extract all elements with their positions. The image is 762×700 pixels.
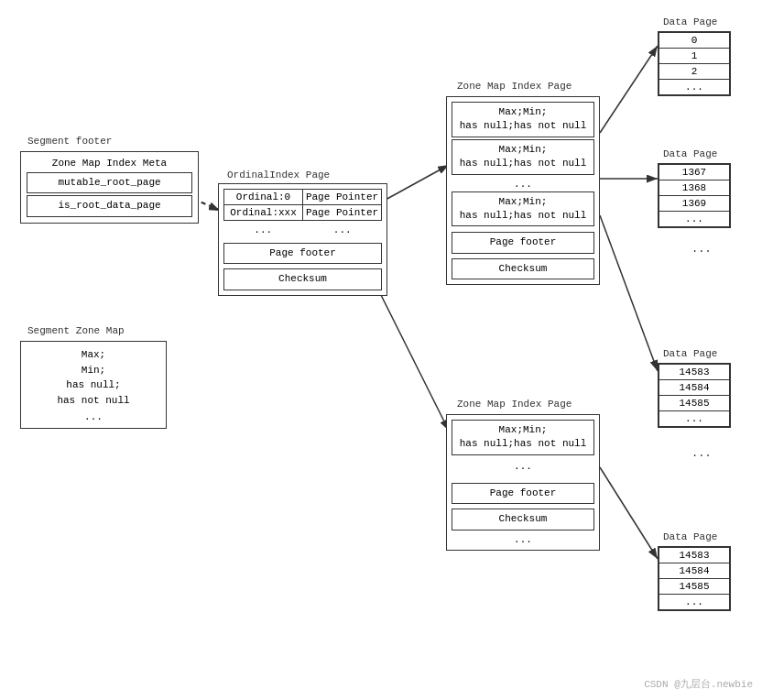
segment-zone-map-content: Max;Min;has null;has not null — [27, 347, 160, 408]
segment-footer-label: Segment footer — [27, 136, 112, 147]
zone-map-top-label: Zone Map Index Page — [457, 81, 572, 92]
data-page-mid1-label: Data Page — [663, 148, 717, 159]
data-page-top-label: Data Page — [663, 16, 717, 27]
ordinal-ellipsis: ... ... — [223, 224, 382, 235]
zone-map-top-checksum: Checksum — [452, 258, 594, 279]
data-page-mid2-row2: 14585 — [659, 396, 730, 411]
data-page-mid2-row3: ... — [659, 411, 730, 427]
ordinal-row2-col1: Ordinal:xxx — [224, 205, 303, 220]
zone-map-top-ellipsis: ... — [452, 177, 594, 191]
ordinal-row2-col2: Page Pointer — [303, 205, 381, 220]
svg-line-5 — [600, 46, 658, 133]
zone-map-bottom-checksum: Checksum — [452, 509, 594, 530]
ordinal-row1-col2: Page Pointer — [303, 190, 381, 204]
zone-map-bottom-label: Zone Map Index Page — [457, 399, 572, 410]
zone-map-top-row2: Max;Min;has null;has not null — [452, 139, 594, 175]
data-page-mid2-label: Data Page — [663, 348, 717, 359]
diagram: Segment footer Zone Map Index Meta mutab… — [0, 0, 762, 700]
ellipsis-mid: ... — [691, 243, 712, 256]
ordinal-checksum: Checksum — [223, 268, 382, 290]
segment-footer-box: Zone Map Index Meta mutable_root_page is… — [20, 151, 199, 224]
zone-map-bottom-ellipsis: ... — [452, 459, 594, 474]
zone-map-index-meta-label: Zone Map Index Meta — [27, 158, 192, 169]
ordinal-index-page-box: Ordinal:0 Page Pointer Ordinal:xxx Page … — [218, 183, 387, 296]
zone-map-bottom-row1: Max;Min;has null;has not null — [452, 420, 594, 455]
data-page-mid1-row0: 1367 — [659, 164, 730, 180]
zone-map-top-row3: Max;Min;has null;has not null — [452, 191, 594, 227]
ordinal-page-footer: Page footer — [223, 243, 382, 264]
ordinal-row1-col1: Ordinal:0 — [224, 190, 303, 204]
data-page-mid2-row0: 14583 — [659, 364, 730, 380]
segment-zone-map-ellipsis: ... — [27, 411, 160, 422]
data-page-top-box: 0 1 2 ... — [658, 31, 731, 96]
data-page-mid1-row1: 1368 — [659, 180, 730, 196]
zone-map-bottom-footer: Page footer — [452, 483, 594, 504]
zone-map-top-row1: Max;Min;has null;has not null — [452, 102, 594, 137]
segment-zone-map-label: Segment Zone Map — [27, 325, 125, 336]
data-page-mid2-box: 14583 14584 14585 ... — [658, 363, 731, 428]
segment-zone-map-box: Max;Min;has null;has not null ... — [20, 341, 167, 429]
data-page-bottom-row3: ... — [659, 595, 730, 610]
zone-map-bottom-box: Max;Min;has null;has not null ... Page f… — [446, 414, 600, 551]
data-page-top-row0: 0 — [659, 32, 730, 49]
data-page-mid1-row2: 1369 — [659, 196, 730, 212]
ellipsis-bot: ... — [691, 447, 712, 460]
is-root-data-page: is_root_data_page — [27, 195, 192, 216]
data-page-bottom-row2: 14585 — [659, 579, 730, 595]
watermark: CSDN @九层台.newbie — [644, 677, 753, 691]
ordinal-row2: Ordinal:xxx Page Pointer — [223, 205, 382, 221]
data-page-mid2-row1: 14584 — [659, 380, 730, 396]
data-page-bottom-label: Data Page — [663, 531, 717, 542]
zone-map-top-footer: Page footer — [452, 232, 594, 253]
data-page-bottom-box: 14583 14584 14585 ... — [658, 546, 731, 611]
zone-map-bottom-ellipsis2: ... — [452, 530, 594, 545]
data-page-mid1-row3: ... — [659, 212, 730, 227]
svg-line-7 — [600, 215, 658, 371]
data-page-top-row1: 1 — [659, 49, 730, 64]
svg-line-8 — [600, 467, 658, 559]
zone-map-top-box: Max;Min;has null;has not null Max;Min;ha… — [446, 96, 600, 285]
data-page-top-row3: ... — [659, 80, 730, 95]
ordinal-row1: Ordinal:0 Page Pointer — [223, 189, 382, 205]
mutable-root-page: mutable_root_page — [27, 172, 192, 193]
data-page-bottom-row1: 14584 — [659, 563, 730, 579]
data-page-bottom-row0: 14583 — [659, 547, 730, 563]
ordinal-index-page-label: OrdinalIndex Page — [227, 170, 330, 180]
data-page-top-row2: 2 — [659, 64, 730, 80]
data-page-mid1-box: 1367 1368 1369 ... — [658, 163, 731, 228]
